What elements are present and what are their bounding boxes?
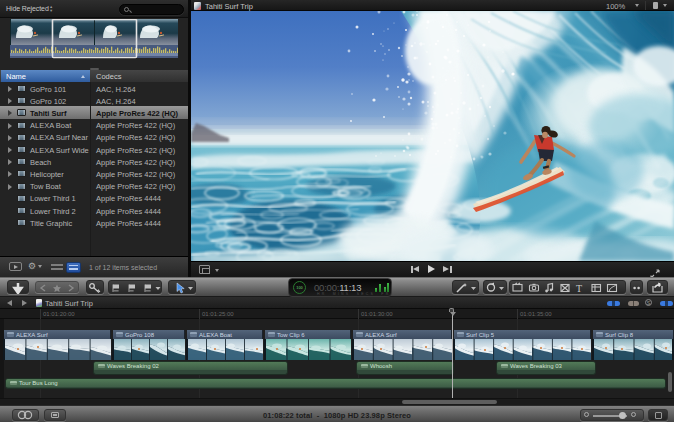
svg-text:T: T — [576, 283, 582, 294]
